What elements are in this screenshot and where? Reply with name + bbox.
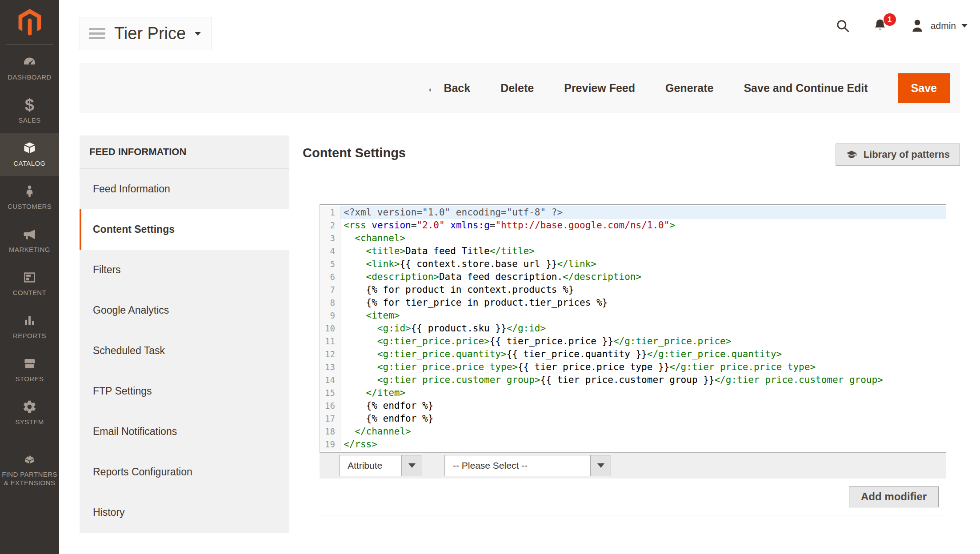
code-text: <rss version="2.0" xmlns:g="http://base.… xyxy=(340,219,946,232)
sidebar-item-label: MARKETING xyxy=(9,246,50,254)
add-modifier-button[interactable]: Add modifier xyxy=(849,486,939,507)
sidebar-item-system[interactable]: SYSTEM xyxy=(0,391,59,434)
grad-cap-icon xyxy=(846,149,857,160)
code-line[interactable]: 8 {% for tier_price in product.tier_pric… xyxy=(320,296,946,309)
reports-icon xyxy=(22,313,37,328)
code-text: <channel> xyxy=(340,232,946,245)
line-number: 1 xyxy=(320,206,340,219)
sidebar-item-label: CONTENT xyxy=(13,289,46,297)
admin-sidebar: DASHBOARD$SALESCATALOGCUSTOMERSMARKETING… xyxy=(0,0,59,554)
sidebar-item-reports[interactable]: REPORTS xyxy=(0,305,59,348)
sidebar-item-customers[interactable]: CUSTOMERS xyxy=(0,176,59,219)
line-number: 14 xyxy=(320,374,340,387)
notification-count-badge: 1 xyxy=(884,13,896,26)
library-of-patterns-button[interactable]: Library of patterns xyxy=(836,143,960,166)
feed-nav-content-settings[interactable]: Content Settings xyxy=(80,209,289,250)
section-heading: Content Settings xyxy=(303,146,406,160)
line-number: 11 xyxy=(320,335,340,348)
line-number: 13 xyxy=(320,361,340,374)
sidebar-item-stores[interactable]: STORES xyxy=(0,348,59,391)
admin-account-menu[interactable]: admin xyxy=(909,18,968,34)
code-line[interactable]: 18 </channel> xyxy=(320,425,946,438)
code-text: <g:tier_price.price>{{ tier_price.price … xyxy=(340,335,946,348)
feed-nav-reports-configuration[interactable]: Reports Configuration xyxy=(80,452,289,492)
chevron-down-icon xyxy=(401,455,422,476)
feed-nav-history[interactable]: History xyxy=(80,492,289,533)
feed-nav-ftp-settings[interactable]: FTP Settings xyxy=(80,371,289,411)
value-select[interactable]: -- Please Select -- xyxy=(444,455,611,476)
delete-button[interactable]: Delete xyxy=(500,82,534,95)
system-icon xyxy=(22,399,37,414)
catalog-icon xyxy=(22,141,37,155)
back-button[interactable]: ← Back xyxy=(426,81,470,95)
code-line[interactable]: 5 <link>{{ context.store.base_url }}</li… xyxy=(320,258,946,271)
code-line[interactable]: 16 {% endfor %} xyxy=(320,399,946,412)
code-line[interactable]: 14 <g:tier_price.customer_group>{{ tier_… xyxy=(320,374,946,387)
page-title-switcher[interactable]: Tier Price xyxy=(80,17,212,50)
line-number: 19 xyxy=(320,438,340,451)
sidebar-item-label: DASHBOARD xyxy=(8,73,52,82)
search-icon[interactable] xyxy=(835,18,851,34)
line-number: 17 xyxy=(320,412,340,425)
line-number: 9 xyxy=(320,309,340,322)
sidebar-item-marketing[interactable]: MARKETING xyxy=(0,219,59,262)
page-actions-toolbar: ← Back DeletePreview FeedGenerateSave an… xyxy=(80,63,960,113)
dashboard-icon xyxy=(22,55,37,69)
code-text: <link>{{ context.store.base_url }}</link… xyxy=(340,258,946,271)
feed-panel-title: FEED INFORMATION xyxy=(80,136,289,169)
add-modifier-row: Add modifier xyxy=(320,478,946,515)
feed-nav-feed-information[interactable]: Feed Information xyxy=(80,169,289,209)
code-line[interactable]: 6 <description>Data feed description.</d… xyxy=(320,271,946,283)
line-number: 15 xyxy=(320,387,340,399)
magento-logo[interactable] xyxy=(0,0,59,44)
save-and-continue-edit-button[interactable]: Save and Continue Edit xyxy=(744,82,868,95)
code-text: {% endfor %} xyxy=(340,412,946,425)
feed-nav-email-notifications[interactable]: Email Notifications xyxy=(80,411,289,452)
line-number: 16 xyxy=(320,399,340,412)
line-number: 3 xyxy=(320,232,340,245)
sidebar-item-catalog[interactable]: CATALOG xyxy=(0,133,59,176)
code-text: </rss> xyxy=(340,438,946,451)
sidebar-item-label: SYSTEM xyxy=(15,418,44,426)
code-text: </item> xyxy=(340,387,946,399)
sidebar-item-sales[interactable]: $SALES xyxy=(0,90,59,133)
magento-logo-icon xyxy=(16,8,44,37)
back-arrow-icon: ← xyxy=(426,81,438,95)
line-number: 2 xyxy=(320,219,340,232)
code-text: <?xml version="1.0" encoding="utf-8" ?> xyxy=(340,206,946,219)
generate-button[interactable]: Generate xyxy=(665,82,713,95)
marketing-icon xyxy=(22,227,37,242)
content-icon xyxy=(22,270,37,285)
sidebar-item-dashboard[interactable]: DASHBOARD xyxy=(0,47,59,90)
code-line[interactable]: 1<?xml version="1.0" encoding="utf-8" ?> xyxy=(320,206,946,219)
sales-icon: $ xyxy=(25,98,35,112)
code-text: <g:id>{{ product.sku }}</g:id> xyxy=(340,322,946,335)
code-line[interactable]: 15 </item> xyxy=(320,387,946,399)
feed-nav-google-analytics[interactable]: Google Analytics xyxy=(80,290,289,331)
preview-feed-button[interactable]: Preview Feed xyxy=(564,82,635,95)
notifications-bell-icon[interactable]: 1 xyxy=(872,18,888,34)
code-line[interactable]: 19</rss> xyxy=(320,438,946,451)
sidebar-item-label: CUSTOMERS xyxy=(8,203,52,211)
code-line[interactable]: 9 <item> xyxy=(320,309,946,322)
sidebar-item-find-partners-extensions[interactable]: FIND PARTNERS & EXTENSIONS xyxy=(0,447,59,492)
code-line[interactable]: 7 {% for product in context.products %} xyxy=(320,283,946,296)
attribute-select[interactable]: Attribute xyxy=(339,455,422,476)
code-line[interactable]: 3 <channel> xyxy=(320,232,946,245)
sidebar-item-content[interactable]: CONTENT xyxy=(0,262,59,305)
code-line[interactable]: 13 <g:tier_price.price_type>{{ tier_pric… xyxy=(320,361,946,374)
save-button[interactable]: Save xyxy=(898,73,950,103)
sidebar-nav: DASHBOARD$SALESCATALOGCUSTOMERSMARKETING… xyxy=(0,47,59,492)
code-line[interactable]: 17 {% endfor %} xyxy=(320,412,946,425)
code-line[interactable]: 4 <title>Data feed Title</title> xyxy=(320,245,946,258)
code-editor[interactable]: 1<?xml version="1.0" encoding="utf-8" ?>… xyxy=(320,204,946,453)
code-line[interactable]: 11 <g:tier_price.price>{{ tier_price.pri… xyxy=(320,335,946,348)
code-line[interactable]: 2<rss version="2.0" xmlns:g="http://base… xyxy=(320,219,946,232)
feed-nav-scheduled-task[interactable]: Scheduled Task xyxy=(80,331,289,371)
line-number: 7 xyxy=(320,283,340,296)
stores-icon xyxy=(22,356,37,371)
code-line[interactable]: 12 <g:tier_price.quantity>{{ tier_price.… xyxy=(320,348,946,361)
feed-nav-filters[interactable]: Filters xyxy=(80,250,289,290)
code-line[interactable]: 10 <g:id>{{ product.sku }}</g:id> xyxy=(320,322,946,335)
feed-panel-nav: Feed InformationContent SettingsFiltersG… xyxy=(80,169,289,533)
